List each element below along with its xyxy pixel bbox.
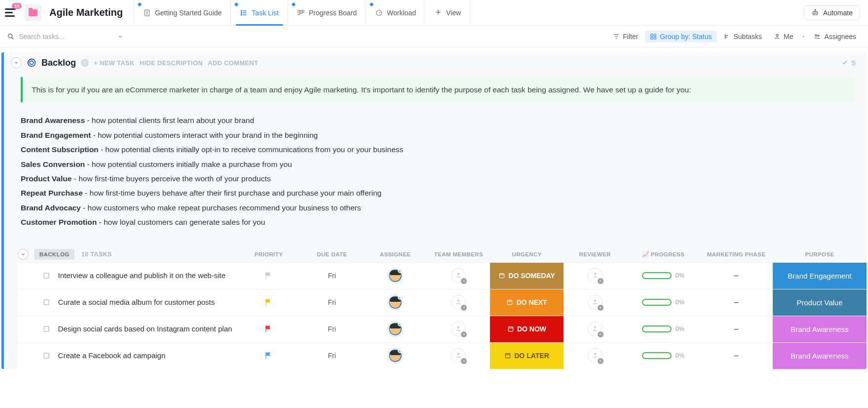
cell-purpose[interactable]: Brand Awareness [773, 343, 867, 369]
cell-purpose[interactable]: Product Value [773, 289, 867, 316]
svg-point-22 [457, 273, 460, 276]
cell-team[interactable] [427, 316, 490, 342]
add-member-button[interactable] [451, 268, 466, 283]
filter-button[interactable]: Filter [608, 31, 643, 42]
subtasks-button[interactable]: Subtasks [718, 31, 767, 42]
table-row[interactable]: Interview a colleague and publish it on … [18, 262, 867, 289]
header-team[interactable]: TEAM MEMBERS [427, 251, 490, 257]
add-member-button[interactable] [451, 295, 466, 310]
hide-description-button[interactable]: HIDE DESCRIPTION [140, 59, 203, 67]
automate-button[interactable]: Automate [804, 5, 860, 20]
header-phase[interactable]: MARKETING PHASE [700, 251, 773, 257]
avatar[interactable] [388, 322, 403, 336]
task-name[interactable]: Curate a social media album for customer… [58, 297, 215, 307]
header-assignee[interactable]: ASSIGNEE [364, 251, 427, 257]
tab-getting-started[interactable]: Getting Started Guide [134, 0, 230, 25]
cell-priority[interactable] [237, 343, 300, 369]
cell-urgency[interactable]: DO LATER [490, 343, 563, 369]
avatar[interactable] [388, 295, 403, 310]
cell-progress[interactable]: 0% [627, 343, 700, 369]
me-button[interactable]: Me [769, 31, 798, 42]
cell-phase[interactable]: – [700, 289, 773, 316]
status-chip[interactable]: BACKLOG [35, 249, 75, 260]
cell-reviewer[interactable] [564, 343, 627, 369]
header-due[interactable]: DUE DATE [301, 251, 364, 257]
cell-team[interactable] [427, 343, 490, 369]
cell-priority[interactable] [237, 316, 300, 342]
add-reviewer-button[interactable] [588, 268, 603, 283]
header-progress[interactable]: 📈 PROGRESS [627, 251, 700, 258]
header-urgency[interactable]: URGENCY [491, 251, 564, 257]
cell-assignee[interactable] [364, 263, 427, 289]
show-hide-toggle[interactable]: S [841, 59, 860, 67]
cell-phase[interactable]: – [700, 263, 773, 289]
task-name[interactable]: Interview a colleague and publish it on … [58, 271, 226, 281]
groupby-button[interactable]: Group by: Status [645, 31, 717, 42]
group-backlog: Backlog i NEW TASK HIDE DESCRIPTION ADD … [1, 52, 867, 369]
search-input[interactable] [19, 33, 108, 41]
add-member-button[interactable] [451, 322, 466, 336]
search-dropdown[interactable] [114, 31, 126, 42]
purpose-label: Brand Awareness [773, 316, 867, 342]
cell-urgency[interactable]: DO NEXT [490, 289, 563, 316]
cell-due[interactable]: Fri [301, 316, 364, 342]
progress-text: 0% [676, 352, 684, 359]
avatar[interactable] [388, 268, 403, 283]
cell-reviewer[interactable] [564, 289, 627, 316]
tab-workload[interactable]: Workload [366, 0, 425, 25]
assignees-button[interactable]: Assignees [808, 31, 861, 42]
cell-progress[interactable]: 0% [627, 289, 700, 316]
plus-icon: + [434, 9, 442, 17]
cell-assignee[interactable] [364, 343, 427, 369]
header-purpose[interactable]: PURPOSE [773, 251, 867, 257]
header-priority[interactable]: PRIORITY [237, 251, 300, 257]
add-reviewer-button[interactable] [588, 322, 603, 336]
task-checkbox[interactable] [43, 273, 49, 279]
task-name[interactable]: Design social cards based on Instagram c… [58, 324, 232, 334]
tab-add-view[interactable]: + View [425, 0, 470, 25]
cell-phase[interactable]: – [700, 316, 773, 342]
cell-priority[interactable] [237, 263, 300, 289]
task-checkbox[interactable] [43, 326, 49, 332]
info-icon[interactable]: i [81, 59, 89, 67]
table-row[interactable]: Create a Facebook ad campaignFriDO LATER… [18, 342, 867, 369]
add-member-button[interactable] [451, 348, 466, 363]
collapse-status-button[interactable] [18, 249, 29, 260]
cell-progress[interactable]: 0% [627, 316, 700, 342]
cell-purpose[interactable]: Brand Engagement [773, 263, 867, 289]
collapse-group-button[interactable] [11, 57, 22, 68]
avatar[interactable] [388, 348, 403, 363]
table-row[interactable]: Curate a social media album for customer… [18, 289, 867, 316]
cell-reviewer[interactable] [564, 316, 627, 342]
cell-due[interactable]: Fri [301, 263, 364, 289]
cell-due[interactable]: Fri [301, 343, 364, 369]
task-checkbox[interactable] [43, 299, 49, 305]
cell-reviewer[interactable] [564, 263, 627, 289]
tab-task-list[interactable]: Task List [230, 0, 287, 25]
cell-team[interactable] [427, 289, 490, 316]
cell-due[interactable]: Fri [301, 289, 364, 316]
cell-assignee[interactable] [364, 289, 427, 316]
add-reviewer-button[interactable] [588, 348, 603, 363]
progress-bar [642, 272, 672, 279]
table-row[interactable]: Design social cards based on Instagram c… [18, 316, 867, 342]
cell-team[interactable] [427, 263, 490, 289]
menu-button[interactable]: 10 [5, 6, 19, 20]
task-checkbox[interactable] [43, 353, 49, 359]
tab-progress-board[interactable]: Progress Board [288, 0, 366, 25]
cell-urgency[interactable]: DO NOW [490, 316, 563, 342]
cell-urgency[interactable]: DO SOMEDAY [490, 263, 563, 289]
cell-assignee[interactable] [364, 316, 427, 342]
cell-phase[interactable]: – [700, 343, 773, 369]
add-reviewer-button[interactable] [588, 295, 603, 310]
task-name[interactable]: Create a Facebook ad campaign [58, 351, 166, 361]
cell-priority[interactable] [237, 289, 300, 316]
new-task-button[interactable]: NEW TASK [94, 59, 135, 67]
header-reviewer[interactable]: REVIEWER [564, 251, 627, 257]
person-icon [774, 33, 781, 40]
cell-progress[interactable]: 0% [627, 263, 700, 289]
add-comment-button[interactable]: ADD COMMENT [208, 59, 258, 67]
cell-purpose[interactable]: Brand Awareness [773, 316, 867, 342]
flag-icon [264, 351, 273, 360]
folder-chip[interactable] [25, 4, 41, 21]
